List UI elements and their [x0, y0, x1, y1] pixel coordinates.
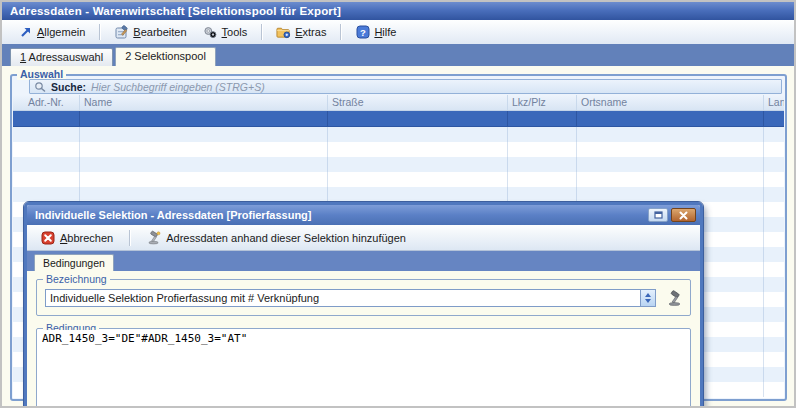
- maximize-button[interactable]: [648, 208, 668, 222]
- table-cell: [577, 187, 764, 202]
- table-row[interactable]: [13, 172, 784, 187]
- table-header: Adr.-Nr. Name Straße Lkz/Plz Ortsname La…: [13, 95, 784, 111]
- table-cell: [764, 307, 784, 322]
- dialog-toolbar: Abbrechen Adressdaten anhand dieser Sele…: [27, 225, 700, 251]
- table-cell: [764, 202, 784, 217]
- toolbar-separator: [99, 24, 100, 40]
- table-row[interactable]: [13, 157, 784, 172]
- add-selection-label: Adressdaten anhand dieser Selektion hinz…: [166, 232, 406, 244]
- table-row[interactable]: [13, 142, 784, 157]
- table-cell: [764, 337, 784, 352]
- bedingung-editor[interactable]: ADR_1450_3="DE"#ADR_1450_3="AT": [38, 330, 689, 408]
- table-cell: [328, 157, 508, 172]
- chevron-down-icon: [645, 299, 651, 303]
- table-row-selected[interactable]: [13, 111, 784, 127]
- table-cell: [13, 157, 80, 172]
- svg-text:?: ?: [360, 27, 366, 38]
- table-cell: [764, 157, 784, 172]
- add-selection-button[interactable]: Adressdaten anhand dieser Selektion hinz…: [141, 228, 411, 247]
- table-cell: [13, 187, 80, 202]
- chevron-up-icon: [645, 293, 651, 297]
- selektion-dialog: Individuelle Selektion - Adressdaten [Pr…: [24, 202, 703, 408]
- table-cell: [80, 187, 328, 202]
- table-cell: [764, 232, 784, 247]
- gavel-sparkle-icon: [146, 230, 161, 245]
- help-icon: ?: [355, 25, 370, 40]
- column-header-land[interactable]: Land: [764, 95, 784, 110]
- cancel-button[interactable]: Abbrechen: [35, 228, 118, 247]
- search-bar[interactable]: Suche: Hier Suchbegriff eingeben (STRG+S…: [29, 79, 782, 94]
- table-cell: [764, 142, 784, 157]
- main-content: Auswahl Suche: Hier Suchbegriff eingeben…: [2, 66, 794, 406]
- red-x-icon: [40, 230, 55, 245]
- menu-label: Extras: [295, 26, 326, 38]
- table-cell: [764, 322, 784, 337]
- main-tabstrip: 1 Adressauswahl 2 Selektionspool: [2, 44, 794, 66]
- main-toolbar: Allgemein Bearbeiten Tools Extras ?: [2, 20, 794, 44]
- table-cell: [508, 157, 577, 172]
- table-cell: [764, 247, 784, 262]
- table-cell: [764, 382, 784, 397]
- menu-label: Hilfe: [374, 26, 396, 38]
- toolbar-separator: [340, 24, 341, 40]
- close-button[interactable]: [671, 208, 696, 222]
- table-cell: [764, 367, 784, 382]
- table-cell: [508, 127, 577, 142]
- table-cell: [328, 127, 508, 142]
- hammer-pad-icon: [114, 25, 129, 40]
- column-header-strasse[interactable]: Straße: [328, 95, 508, 110]
- table-cell: [328, 187, 508, 202]
- table-row[interactable]: [13, 187, 784, 202]
- tab-adressauswahl[interactable]: 1 Adressauswahl: [10, 48, 113, 66]
- table-row[interactable]: [13, 127, 784, 142]
- tab-bedingungen[interactable]: Bedingungen: [34, 254, 114, 271]
- table-cell: [13, 127, 80, 142]
- table-cell: [508, 172, 577, 187]
- table-cell: [764, 127, 784, 142]
- table-cell: [577, 111, 764, 126]
- menu-item-bearbeiten[interactable]: Bearbeiten: [108, 23, 192, 42]
- magnifier-icon: [34, 81, 46, 93]
- table-cell: [328, 172, 508, 187]
- cancel-label: Abbrechen: [60, 232, 113, 244]
- table-cell: [764, 187, 784, 202]
- column-header-ortsname[interactable]: Ortsname: [577, 95, 764, 110]
- menu-item-allgemein[interactable]: Allgemein: [12, 23, 91, 42]
- dialog-tabstrip: Bedingungen: [27, 251, 700, 271]
- window-titlebar: Adressdaten - Warenwirtschaft [Selektion…: [2, 2, 794, 20]
- table-cell: [80, 142, 328, 157]
- bezeichnung-fieldset: Bezeichnung Individuelle Selektion Profi…: [36, 279, 691, 316]
- column-header-name[interactable]: Name: [80, 95, 328, 110]
- gavel-icon[interactable]: [664, 288, 684, 308]
- column-header-adrnr[interactable]: Adr.-Nr.: [13, 95, 80, 110]
- combobox-value: Individuelle Selektion Profierfassung mi…: [46, 292, 640, 304]
- gears-icon: [203, 25, 218, 40]
- search-label: Suche:: [51, 81, 86, 93]
- toolbar-separator: [129, 230, 130, 246]
- dialog-title: Individuelle Selektion - Adressdaten [Pr…: [35, 209, 648, 221]
- table-cell: [13, 172, 80, 187]
- tab-selektionspool[interactable]: 2 Selektionspool: [115, 47, 216, 66]
- table-cell: [508, 142, 577, 157]
- menu-label: Allgemein: [37, 26, 85, 38]
- table-cell: [13, 142, 80, 157]
- table-cell: [764, 217, 784, 232]
- menu-item-extras[interactable]: Extras: [270, 23, 332, 42]
- table-cell: [764, 292, 784, 307]
- table-cell: [577, 172, 764, 187]
- folder-icon: [276, 25, 291, 40]
- app-window: Adressdaten - Warenwirtschaft [Selektion…: [0, 0, 796, 408]
- menu-label: Bearbeiten: [133, 26, 186, 38]
- table-cell: [764, 262, 784, 277]
- menu-item-hilfe[interactable]: ? Hilfe: [349, 23, 402, 42]
- table-cell: [764, 352, 784, 367]
- table-cell: [328, 142, 508, 157]
- bezeichnung-combobox[interactable]: Individuelle Selektion Profierfassung mi…: [45, 289, 656, 307]
- table-cell: [577, 157, 764, 172]
- combobox-spinner[interactable]: [640, 290, 655, 306]
- column-header-lkzplz[interactable]: Lkz/Plz: [508, 95, 577, 110]
- dialog-titlebar[interactable]: Individuelle Selektion - Adressdaten [Pr…: [27, 205, 700, 225]
- bedingung-fieldset: Bedingung ADR_1450_3="DE"#ADR_1450_3="AT…: [36, 328, 691, 408]
- menu-item-tools[interactable]: Tools: [197, 23, 254, 42]
- window-title: Adressdaten - Warenwirtschaft [Selektion…: [10, 5, 341, 17]
